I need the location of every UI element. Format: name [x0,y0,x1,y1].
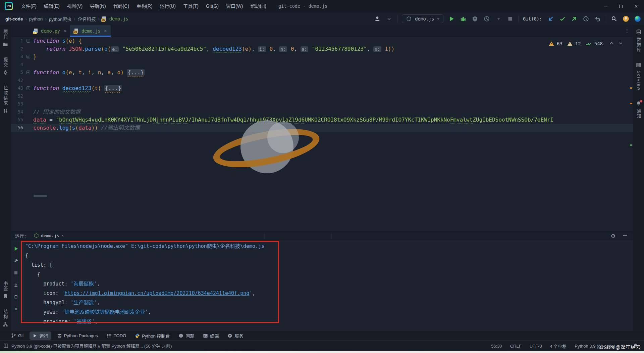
close-icon[interactable]: × [61,233,64,238]
menu-item[interactable]: 重构(R) [133,3,156,9]
profiler-button[interactable] [483,15,490,23]
breadcrumb-item[interactable]: git-code [5,16,23,21]
file-encoding[interactable]: UTF-8 [530,344,542,349]
breadcrumb-item[interactable]: python [29,16,43,21]
tool-windows-icon[interactable] [3,343,8,348]
toolwindow-button-终端[interactable]: 终端 [200,332,222,340]
run-configuration-selector[interactable]: demo.js [402,14,443,23]
toolwindow-button-问题[interactable]: 问题 [175,332,197,340]
console-output[interactable]: "C:\Program Files\nodejs\node.exe" E:\gi… [25,241,632,331]
run-button[interactable] [448,15,455,23]
breadcrumb-item[interactable]: 企名科技 [78,15,96,22]
rerun-button[interactable] [13,246,19,252]
stop-button[interactable] [506,15,514,23]
caret-position[interactable]: 56:30 [491,344,502,349]
menu-item[interactable]: 工具(T) [179,3,202,9]
gear-icon[interactable]: ⚙ [611,233,615,239]
error-stripe-mark[interactable] [630,87,632,89]
breadcrumb-item[interactable]: python爬虫 [49,15,72,22]
debug-button[interactable] [460,15,467,23]
git-rollback-icon[interactable] [594,15,601,23]
fold-marker[interactable]: ⌂ [25,53,31,61]
console-link[interactable]: https://img1.qimingpian.cn/uploadImg/202… [64,290,249,296]
menu-item[interactable]: Git(G) [202,3,222,9]
toolwindow-button-服务[interactable]: 服务 [224,332,246,340]
toolwindow-button-TODO[interactable]: TODO [104,332,129,339]
menu-item[interactable]: 导航(N) [86,3,109,9]
code-editor[interactable]: 1−function s(e) {2 return JSON.parse(o(e… [11,37,633,231]
tool-stripe-item-bell[interactable]: 通知 [636,101,642,119]
token: s [62,38,66,44]
git-push-button[interactable] [571,15,578,23]
plugin-sphere-icon[interactable] [634,15,641,23]
search-everywhere-icon[interactable] [610,15,618,23]
menu-bar: 文件(F)编辑(E)视图(V)导航(N)代码(C)重构(R)运行(U)工具(T)… [17,0,270,12]
tool-stripe-item-commit[interactable]: 提交 [2,57,9,76]
line-number: 55 [11,116,25,124]
console-line: province: '福建省', [25,317,632,326]
hide-panel-icon[interactable] [623,235,627,236]
clear-all-trash-icon[interactable] [13,294,19,300]
next-problem-icon[interactable] [619,41,623,46]
scroll-to-end-icon[interactable] [13,282,19,288]
token: , [252,46,258,52]
console-text: , [97,300,100,306]
git-history-icon[interactable] [582,15,590,23]
menu-item[interactable]: 运行(U) [156,3,179,9]
close-button[interactable]: × [629,0,644,12]
toolwindow-button-Python 控制台[interactable]: Python 控制台 [132,332,173,340]
line-separator[interactable]: CRLF [510,344,522,349]
tab-options-icon[interactable]: ⋮ [625,28,630,34]
run-console-tab[interactable]: demo.js × [34,233,64,238]
inspections-widget[interactable]: 63 12 548 [549,41,623,46]
close-icon[interactable]: × [104,28,107,34]
toolwindow-button-Python Packages[interactable]: Python Packages [54,332,101,339]
editor-tab-demo.py[interactable]: Pydemo.py× [30,25,70,37]
menu-item[interactable]: 编辑(E) [40,3,63,9]
modify-run-config-wrench-icon[interactable] [13,258,19,264]
menu-item[interactable]: 视图(V) [63,3,87,9]
tool-stripe-item-folder[interactable]: 项目 [2,29,9,47]
tool-stripe-item-grid[interactable]: SciView [636,62,642,91]
tool-stripe-item-bookmark[interactable]: 书签 [2,281,9,299]
token: n: [279,46,287,52]
error-stripe-mark[interactable] [630,144,632,146]
menu-item[interactable]: 窗口(W) [222,3,247,9]
menu-item[interactable]: 帮助(H) [247,3,270,9]
toolwindow-button-Git[interactable]: Git [8,332,27,339]
tool-stripe-item-database[interactable]: 数据库 [636,29,642,52]
close-icon[interactable]: × [63,28,66,34]
ide-update-icon[interactable] [622,15,630,23]
console-text: '生产制造' [70,300,97,306]
menu-item[interactable]: 代码(C) [110,3,133,9]
token: ) [98,85,104,91]
toolwindow-button-运行[interactable]: 运行 [30,332,51,340]
git-commit-button[interactable] [559,15,566,23]
fold-marker[interactable]: + [25,69,31,77]
more-actions-icon[interactable]: » [15,306,17,311]
editor-tab-demo.js[interactable]: JSdemo.js× [70,25,111,37]
indent-style[interactable]: 4 个空格 [550,343,567,349]
user-profile-icon[interactable] [374,15,381,23]
run-with-coverage-button[interactable] [471,15,479,23]
maximize-button[interactable] [613,0,629,12]
stop-button[interactable] [13,270,19,276]
token: . [82,46,85,52]
error-stripe-mark[interactable] [630,103,632,104]
token: console [33,125,56,131]
horizontal-scrollbar[interactable] [34,195,47,197]
saturn-watermark [210,118,324,180]
fold-marker[interactable]: − [25,37,31,45]
status-message[interactable]: Python 3.9 (git-code) 已被配置为项目解释器 // 配置 P… [11,343,172,349]
minimize-button[interactable] [598,0,613,12]
prev-problem-icon[interactable] [609,41,614,46]
breadcrumb-file[interactable]: demo.js [109,16,128,21]
tool-stripe-item-structure[interactable]: 结构 [2,309,9,327]
tool-stripe-item-pull[interactable]: 拉取请求 [2,86,9,114]
fold-marker[interactable]: + [25,84,31,92]
menu-item[interactable]: 文件(F) [17,3,40,9]
git-update-button[interactable] [547,15,554,23]
token: 0 [291,46,294,52]
user-dropdown-chevron-icon[interactable] [385,15,393,23]
profiler-dropdown-chevron-icon[interactable] [495,15,502,23]
